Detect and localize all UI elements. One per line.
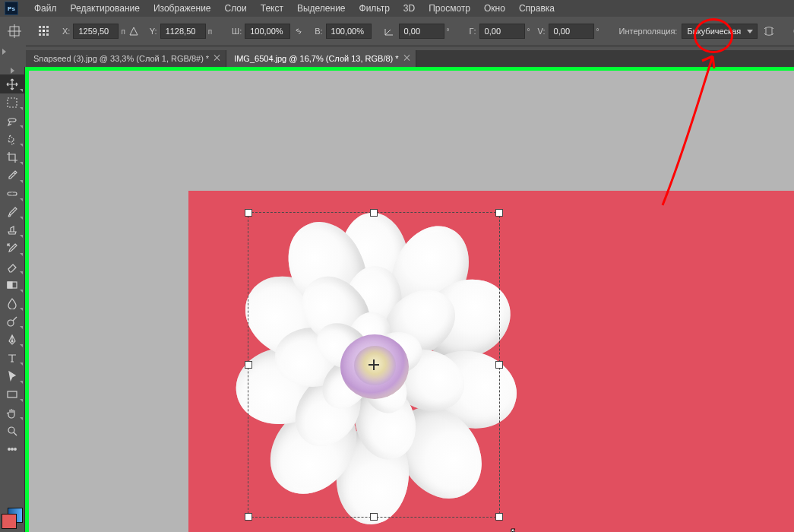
rectangle-tool[interactable] [0, 385, 24, 404]
vskew-label: V: [538, 27, 546, 36]
close-icon[interactable] [403, 54, 411, 62]
menu-layers[interactable]: Слои [218, 0, 254, 17]
w-label: Ш: [232, 27, 242, 36]
w-field[interactable]: 100,00% [245, 24, 290, 39]
brush-tool[interactable] [0, 203, 24, 221]
gradient-tool[interactable] [0, 276, 24, 294]
svg-rect-4 [43, 26, 45, 28]
transform-center-icon[interactable] [369, 359, 379, 370]
menu-window[interactable]: Окно [477, 0, 512, 17]
transform-handle-top-right[interactable] [495, 209, 503, 217]
healing-brush-tool[interactable] [0, 185, 24, 203]
color-swatches[interactable] [2, 508, 23, 529]
transform-tool-icon[interactable] [8, 23, 21, 40]
toolbox-collapse-icon[interactable] [0, 67, 24, 75]
svg-point-24 [14, 448, 17, 451]
svg-point-19 [11, 340, 13, 342]
x-field[interactable]: 1259,50 [73, 24, 119, 39]
eyedropper-tool[interactable] [0, 166, 24, 185]
hand-tool[interactable] [0, 404, 24, 422]
interp-label: Интерполяция: [619, 27, 678, 36]
svg-point-18 [8, 320, 14, 326]
move-tool[interactable] [0, 75, 24, 93]
menu-file[interactable]: Файл [27, 0, 64, 17]
tab-label: IMG_6504.jpg @ 16,7% (Слой 13, RGB/8) * [234, 54, 398, 63]
menu-filter[interactable]: Фильтр [353, 0, 397, 17]
x-unit: п [121, 27, 125, 36]
dodge-tool[interactable] [0, 312, 24, 331]
tab-label: Snapseed (3).jpg @ 33,3% (Слой 1, RGB/8#… [33, 54, 209, 63]
menu-text[interactable]: Текст [254, 0, 290, 17]
hskew-field[interactable]: 0,00 [479, 24, 525, 39]
hskew-unit: ° [527, 27, 530, 36]
zoom-tool[interactable] [0, 422, 24, 440]
annotation-arrow [653, 46, 737, 214]
warp-mode-icon[interactable] [762, 21, 776, 41]
options-bar: X: 1259,50 п Y: 1128,50 п Ш: 100,00% В: … [0, 17, 794, 46]
svg-point-22 [8, 448, 11, 451]
pen-tool[interactable] [0, 331, 24, 349]
document-tab-snapseed[interactable]: Snapseed (3).jpg @ 33,3% (Слой 1, RGB/8#… [26, 50, 226, 67]
svg-rect-5 [46, 26, 49, 28]
transform-handle-bottom-left[interactable] [245, 513, 252, 521]
blur-tool[interactable] [0, 294, 24, 312]
free-transform-bounding-box[interactable] [248, 212, 500, 518]
transform-handle-mid-right[interactable] [495, 361, 503, 369]
svg-rect-9 [39, 33, 41, 36]
photoshop-logo-icon: Ps [5, 2, 18, 15]
options-bar-handle[interactable] [0, 46, 26, 67]
delta-icon[interactable] [128, 23, 139, 40]
menu-view[interactable]: Просмотр [422, 0, 477, 17]
marquee-tool[interactable] [0, 93, 24, 112]
svg-rect-14 [8, 98, 17, 107]
menu-select[interactable]: Выделение [290, 0, 353, 17]
reference-point-icon[interactable] [38, 23, 50, 40]
h-field[interactable]: 100,00% [326, 24, 372, 39]
vskew-unit: ° [596, 27, 599, 36]
crop-tool[interactable] [0, 148, 24, 166]
menu-edit[interactable]: Редактирование [64, 0, 147, 17]
svg-rect-17 [8, 282, 12, 288]
quick-select-tool[interactable] [0, 130, 24, 148]
menu-help[interactable]: Справка [512, 0, 561, 17]
y-unit: п [208, 27, 212, 36]
svg-rect-10 [43, 33, 45, 36]
edit-toolbar-button[interactable] [0, 440, 24, 458]
svg-rect-11 [46, 33, 49, 36]
eraser-tool[interactable] [0, 258, 24, 276]
clone-stamp-tool[interactable] [0, 221, 24, 239]
transform-handle-top-mid[interactable] [370, 209, 378, 217]
angle-icon [384, 23, 394, 40]
angle-field[interactable]: 0,00 [399, 24, 444, 39]
y-field[interactable]: 1128,50 [160, 24, 206, 39]
transform-handle-bottom-right[interactable] [495, 513, 503, 521]
link-aspect-icon[interactable] [293, 23, 304, 40]
svg-rect-8 [46, 30, 49, 32]
h-label: В: [315, 27, 322, 36]
svg-rect-7 [43, 30, 45, 32]
svg-point-23 [11, 448, 14, 451]
svg-rect-20 [8, 391, 17, 397]
menu-bar: Ps Файл Редактирование Изображение Слои … [0, 0, 794, 17]
tool-box [0, 67, 25, 532]
path-select-tool[interactable] [0, 367, 24, 385]
angle-unit: ° [447, 27, 450, 36]
svg-rect-6 [39, 30, 41, 32]
close-icon[interactable] [214, 54, 221, 62]
menu-image[interactable]: Изображение [147, 0, 218, 17]
y-label: Y: [150, 27, 157, 36]
history-brush-tool[interactable] [0, 239, 24, 258]
document-tab-img6504[interactable]: IMG_6504.jpg @ 16,7% (Слой 13, RGB/8) * [226, 50, 416, 67]
transform-handle-top-left[interactable] [245, 209, 252, 217]
lasso-tool[interactable] [0, 112, 24, 130]
hskew-label: Г: [470, 27, 476, 36]
menu-3d[interactable]: 3D [397, 0, 422, 17]
svg-rect-3 [39, 26, 41, 28]
vskew-field[interactable]: 0,00 [549, 24, 594, 39]
x-label: X: [62, 27, 70, 36]
type-tool[interactable] [0, 349, 24, 367]
transform-handle-mid-left[interactable] [245, 361, 252, 369]
foreground-swatch[interactable] [2, 514, 17, 529]
transform-handle-bottom-mid[interactable] [370, 513, 378, 521]
svg-point-21 [8, 427, 14, 433]
